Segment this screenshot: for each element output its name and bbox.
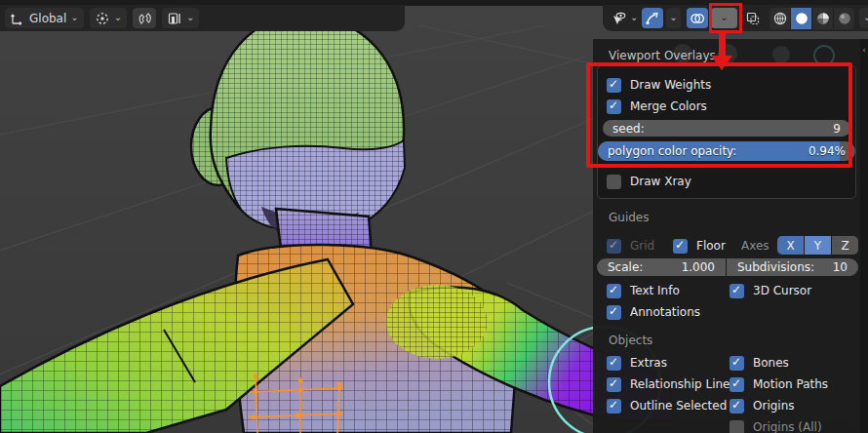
viewport-header-left: Global ⌄ ⌄ ⌄ xyxy=(0,5,405,31)
material-sphere-icon xyxy=(815,11,831,26)
subdivisions-label: Subdivisions: xyxy=(737,260,814,274)
panel-title: Viewport Overlays xyxy=(609,49,716,62)
grid-checkbox[interactable] xyxy=(607,239,621,254)
grid-label: Grid xyxy=(630,239,654,253)
relationship-lines-row: Relationship Lines xyxy=(607,376,736,392)
annotations-label: Annotations xyxy=(630,305,700,319)
origins-label: Origins xyxy=(753,399,795,413)
axis-x-toggle[interactable]: X xyxy=(777,236,804,255)
xray-icon xyxy=(745,11,761,26)
subdivisions-field[interactable]: Subdivisions: 10 xyxy=(727,258,858,276)
draw-xray-row: Draw Xray xyxy=(607,174,691,189)
axis-z-toggle[interactable]: Z xyxy=(832,236,858,255)
3d-cursor-row: 3D Cursor xyxy=(730,283,811,298)
3d-cursor-checkbox[interactable] xyxy=(730,284,744,298)
shading-solid-button[interactable] xyxy=(791,8,811,29)
origins-all-row: Origins (All) xyxy=(730,419,822,433)
extras-checkbox[interactable] xyxy=(607,356,621,371)
floor-checkbox[interactable] xyxy=(673,239,688,254)
panel-collapse-icon: ‹ xyxy=(862,45,866,55)
text-info-row: Text Info xyxy=(607,283,680,298)
annotation-box-rows xyxy=(586,62,852,168)
outline-selected-checkbox[interactable] xyxy=(607,399,621,413)
overlays-circles-icon xyxy=(690,11,705,26)
annotations-checkbox[interactable] xyxy=(607,305,621,320)
draw-xray-checkbox[interactable] xyxy=(607,175,621,189)
text-info-label: Text Info xyxy=(630,284,680,297)
outline-selected-label: Outline Selected xyxy=(630,399,727,413)
pivot-point-icon xyxy=(95,11,110,26)
axis-y-toggle[interactable]: Y xyxy=(805,236,831,255)
outline-selected-row: Outline Selected xyxy=(607,398,727,413)
chevron-down-icon: ⌄ xyxy=(669,13,677,22)
ghost-icon xyxy=(772,46,790,63)
scale-value: 1.000 xyxy=(682,260,715,274)
extras-label: Extras xyxy=(630,356,667,370)
motion-paths-row: Motion Paths xyxy=(730,376,828,392)
overlays-toggle-button[interactable] xyxy=(687,8,708,28)
motion-paths-label: Motion Paths xyxy=(753,377,828,391)
gizmo-arrow-icon xyxy=(645,11,660,26)
visibility-dropdown[interactable]: ⌄ xyxy=(610,8,639,28)
proportional-editing-dropdown[interactable]: ⌄ xyxy=(162,8,199,28)
bones-label: Bones xyxy=(753,356,789,370)
subdivisions-value: 10 xyxy=(833,260,848,274)
gizmos-toggle-button[interactable] xyxy=(642,8,662,28)
shading-wireframe-button[interactable] xyxy=(769,8,790,29)
mesh-head xyxy=(211,16,405,242)
objects-section-label: Objects xyxy=(609,334,652,347)
snap-toggle-button[interactable] xyxy=(133,8,156,28)
orientation-label: Global xyxy=(29,12,66,25)
panel-edge-strip[interactable]: ‹ xyxy=(860,39,868,433)
text-info-checkbox[interactable] xyxy=(607,284,621,298)
shading-mode-group xyxy=(769,8,854,29)
chevron-down-icon: ⌄ xyxy=(630,13,638,22)
bones-checkbox[interactable] xyxy=(730,356,744,371)
annotations-row: Annotations xyxy=(607,304,700,320)
chevron-down-icon: ⌄ xyxy=(114,13,122,22)
axes-label: Axes xyxy=(741,239,769,253)
shading-rendered-button[interactable] xyxy=(834,8,854,29)
draw-xray-label: Draw Xray xyxy=(630,175,691,188)
grid-settings-row: Scale: 1.000 Subdivisions: 10 xyxy=(597,258,858,276)
relationship-lines-label: Relationship Lines xyxy=(630,377,736,391)
origins-row: Origins xyxy=(730,398,795,413)
proportional-falloff-icon xyxy=(167,11,182,26)
extras-row: Extras xyxy=(607,355,667,371)
chevron-down-icon: ⌄ xyxy=(863,13,868,22)
origins-all-checkbox[interactable] xyxy=(730,420,744,433)
shading-material-button[interactable] xyxy=(812,8,833,29)
floor-label: Floor xyxy=(696,239,726,253)
floor-row: Floor xyxy=(673,238,726,254)
transform-orientation-dropdown[interactable]: Global ⌄ xyxy=(5,8,84,28)
chevron-down-icon: ⌄ xyxy=(70,13,78,22)
origins-checkbox[interactable] xyxy=(730,399,744,413)
origins-all-label: Origins (All) xyxy=(753,420,822,433)
xray-toggle-button[interactable] xyxy=(744,8,763,28)
scale-label: Scale: xyxy=(608,260,643,274)
motion-paths-checkbox[interactable] xyxy=(730,377,744,392)
axes-toggle-group: X Y Z xyxy=(777,236,858,255)
scale-field[interactable]: Scale: 1.000 xyxy=(597,258,726,276)
bones-row: Bones xyxy=(730,355,789,371)
3d-cursor-label: 3D Cursor xyxy=(753,284,811,297)
annotation-box-chevron xyxy=(709,3,742,33)
relationship-lines-checkbox[interactable] xyxy=(607,377,621,392)
solid-sphere-icon xyxy=(794,11,809,26)
chevron-down-icon: ⌄ xyxy=(186,13,194,22)
guides-section-label: Guides xyxy=(609,211,650,224)
shading-dropdown[interactable]: ⌄ xyxy=(859,8,868,28)
annotation-arrow-shaft xyxy=(719,30,726,57)
blender-window: Global ⌄ ⌄ ⌄ xyxy=(0,0,868,433)
rendered-sphere-icon xyxy=(837,11,852,26)
pivot-point-dropdown[interactable]: ⌄ xyxy=(90,8,127,28)
grid-row: Grid xyxy=(607,238,654,254)
gizmos-dropdown[interactable]: ⌄ xyxy=(666,8,682,28)
wireframe-sphere-icon xyxy=(772,11,788,26)
snap-magnet-icon xyxy=(137,11,152,26)
show-hide-eye-icon xyxy=(611,11,626,26)
orientation-axes-icon xyxy=(10,11,25,26)
